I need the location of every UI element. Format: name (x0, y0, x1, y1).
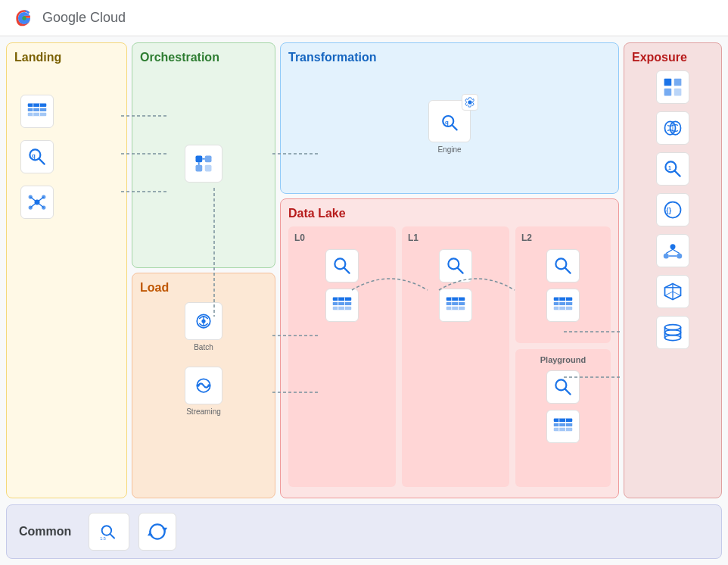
logo-text: Google Cloud (42, 10, 126, 26)
composer-icon (193, 153, 214, 174)
svg-point-73 (670, 244, 676, 249)
zone-transformation: Transformation q (280, 42, 619, 194)
landing-icon-search: q (20, 140, 54, 173)
svg-rect-56 (554, 419, 573, 422)
svg-line-41 (458, 268, 463, 273)
playground-table-icon (546, 410, 580, 443)
orchestration-icon-area (140, 70, 267, 257)
svg-point-74 (664, 254, 669, 259)
svg-line-48 (565, 268, 571, 273)
load-icons: Batch Streaming (140, 302, 267, 416)
svg-line-7 (39, 159, 45, 164)
streaming-icon (193, 375, 214, 396)
svg-line-99 (110, 534, 114, 538)
svg-rect-58 (554, 428, 573, 431)
landing-title: Landing (14, 51, 119, 64)
svg-point-85 (665, 330, 681, 336)
load-item-batch: Batch (185, 302, 222, 351)
common-search-icon-box: 1:5 (89, 513, 129, 551)
svg-point-0 (22, 16, 26, 20)
svg-rect-57 (554, 423, 573, 426)
svg-line-69 (675, 171, 680, 176)
looker-studio-icon-box (656, 70, 689, 104)
search-icon: 1 (662, 158, 683, 179)
load-title: Load (140, 281, 267, 295)
zone-landing: Landing q (6, 42, 127, 498)
common-title: Common (19, 525, 79, 538)
datalake-title: Data Lake (288, 207, 611, 220)
svg-rect-63 (664, 89, 672, 96)
transformation-title: Transformation (288, 51, 611, 64)
vertex-graph-icon-box (656, 234, 689, 267)
table-icon (26, 101, 48, 122)
common-sync-icon-box (138, 513, 176, 551)
svg-rect-61 (664, 79, 672, 86)
svg-line-32 (453, 125, 457, 130)
svg-text:q: q (445, 118, 449, 125)
zones-row: Landing q (0, 36, 728, 504)
engine-icon: q (439, 111, 460, 132)
svg-rect-62 (674, 79, 682, 86)
svg-rect-36 (333, 302, 352, 305)
svg-line-77 (673, 249, 680, 253)
exposure-search-icon-box: 1 (656, 152, 689, 186)
google-cloud-logo: Google Cloud (12, 6, 126, 30)
svg-rect-2 (28, 108, 47, 111)
svg-rect-44 (446, 307, 465, 310)
artifact-registry-icon-box (656, 275, 689, 308)
svg-rect-1 (28, 104, 47, 107)
gear-icon (465, 97, 475, 108)
svg-rect-3 (28, 113, 47, 116)
api-icon: {} (662, 199, 683, 220)
landing-icon-table (20, 95, 54, 128)
svg-line-17 (37, 202, 44, 208)
svg-rect-18 (196, 156, 203, 163)
bigtable-icon-box (656, 316, 689, 349)
svg-line-76 (666, 249, 673, 253)
streaming-icon-box (185, 367, 222, 404)
l0-label: L0 (294, 233, 305, 243)
google-cloud-icon (12, 6, 36, 30)
l1-table-icon (439, 289, 472, 322)
datalake-playground: Playground (515, 349, 611, 487)
graph-icon (662, 240, 683, 261)
table-icon (331, 295, 353, 316)
search-icon (445, 255, 466, 276)
playground-label: Playground (540, 355, 586, 364)
zone-datalake: Data Lake L0 (280, 198, 619, 498)
svg-rect-19 (205, 156, 212, 163)
svg-point-75 (677, 254, 682, 259)
datalake-l2-col: L2 (515, 226, 611, 487)
svg-rect-35 (333, 298, 352, 301)
svg-point-29 (207, 384, 210, 387)
l1-label: L1 (408, 233, 418, 243)
svg-rect-51 (554, 307, 573, 310)
l0-search-icon (325, 249, 359, 282)
l0-table-icon (325, 289, 359, 322)
hub-icon (26, 192, 48, 213)
table-icon (552, 295, 574, 316)
zone-load: Load Batch (132, 273, 275, 498)
search-icon (552, 255, 574, 276)
svg-point-26 (201, 319, 205, 323)
batch-label: Batch (194, 343, 213, 351)
svg-line-14 (30, 197, 37, 202)
search-labeled-icon: 1:5 (98, 521, 120, 542)
streaming-label: Streaming (186, 407, 221, 416)
svg-rect-42 (446, 298, 465, 301)
datalake-columns: L0 (288, 226, 611, 487)
svg-marker-102 (148, 532, 153, 535)
svg-rect-43 (446, 302, 465, 305)
svg-text:1: 1 (668, 165, 671, 170)
svg-line-15 (37, 197, 44, 202)
playground-search-icon (546, 370, 580, 404)
dataflow-icon (193, 311, 214, 332)
svg-point-28 (197, 384, 200, 387)
zone-middle: Orchestration (132, 42, 275, 498)
engine-label: Engine (437, 145, 461, 154)
svg-point-84 (665, 325, 681, 330)
brain-icon (662, 117, 683, 139)
svg-rect-49 (554, 298, 573, 301)
load-item-streaming: Streaming (185, 367, 222, 416)
landing-icons: q (14, 95, 119, 219)
